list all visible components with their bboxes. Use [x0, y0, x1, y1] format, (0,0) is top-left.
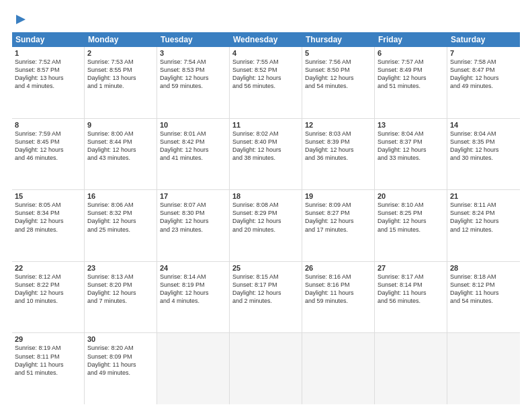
cell-text-line: Sunrise: 8:05 AM [15, 201, 81, 209]
day-cell-14: 14Sunrise: 8:04 AMSunset: 8:35 PMDayligh… [447, 119, 520, 190]
day-cell-5: 5Sunrise: 7:56 AMSunset: 8:50 PMDaylight… [302, 47, 375, 118]
cell-text-line: and 7 minutes. [87, 297, 154, 305]
cell-text-line: and 30 minutes. [450, 154, 517, 162]
day-cell-24: 24Sunrise: 8:14 AMSunset: 8:19 PMDayligh… [157, 262, 230, 333]
cell-text-line: Sunset: 8:35 PM [450, 138, 517, 146]
day-number: 10 [160, 121, 226, 129]
cell-text-line: Sunset: 8:24 PM [450, 209, 517, 217]
cell-text-line: Sunset: 8:30 PM [160, 209, 226, 217]
day-cell-13: 13Sunrise: 8:04 AMSunset: 8:37 PMDayligh… [375, 119, 447, 190]
cell-text-line: Sunset: 8:47 PM [450, 66, 517, 74]
cell-text-line: and 46 minutes. [15, 154, 81, 162]
day-number: 8 [15, 121, 81, 129]
day-number: 20 [378, 192, 444, 200]
header-saturday: Saturday [447, 32, 520, 47]
day-cell-12: 12Sunrise: 8:03 AMSunset: 8:39 PMDayligh… [302, 119, 375, 190]
cell-text-line: Sunset: 8:52 PM [232, 66, 299, 74]
cell-text-line: Sunrise: 7:55 AM [232, 58, 299, 66]
cell-text-line: Sunrise: 8:00 AM [87, 130, 154, 138]
day-cell-11: 11Sunrise: 8:02 AMSunset: 8:40 PMDayligh… [230, 119, 302, 190]
cell-text-line: Sunrise: 8:02 AM [232, 130, 299, 138]
day-cell-26: 26Sunrise: 8:16 AMSunset: 8:16 PMDayligh… [302, 262, 375, 333]
day-number: 1 [15, 49, 81, 57]
day-number: 18 [232, 192, 299, 200]
cell-text-line: Sunrise: 8:06 AM [87, 201, 154, 209]
cell-text-line: and 4 minutes. [160, 297, 226, 305]
cell-text-line: Sunset: 8:20 PM [87, 281, 154, 289]
cell-text-line: Sunset: 8:32 PM [87, 209, 154, 217]
cell-text-line: Sunrise: 8:07 AM [160, 201, 226, 209]
cell-text-line: and 56 minutes. [378, 297, 444, 305]
cell-text-line: Daylight: 12 hours [87, 146, 154, 154]
cell-text-line: and 49 minutes. [87, 369, 154, 377]
cell-text-line: and 54 minutes. [450, 297, 517, 305]
cell-text-line: Daylight: 12 hours [232, 146, 299, 154]
cell-text-line: Sunset: 8:44 PM [87, 138, 154, 146]
cell-text-line: Daylight: 12 hours [232, 217, 299, 225]
cell-text-line: and 10 minutes. [15, 297, 81, 305]
cell-text-line: Sunset: 8:50 PM [305, 66, 371, 74]
day-number: 4 [232, 49, 299, 57]
day-cell-25: 25Sunrise: 8:15 AMSunset: 8:17 PMDayligh… [230, 262, 302, 333]
cell-text-line: Sunrise: 8:11 AM [450, 201, 517, 209]
day-cell-7: 7Sunrise: 7:58 AMSunset: 8:47 PMDaylight… [447, 47, 520, 118]
cell-text-line: Sunset: 8:37 PM [378, 138, 444, 146]
calendar-week-3: 15Sunrise: 8:05 AMSunset: 8:34 PMDayligh… [12, 190, 520, 262]
day-cell-28: 28Sunrise: 8:18 AMSunset: 8:12 PMDayligh… [447, 262, 520, 333]
day-number: 5 [305, 49, 371, 57]
header [12, 12, 520, 27]
cell-text-line: Sunset: 8:14 PM [378, 281, 444, 289]
cell-text-line: Sunset: 8:29 PM [232, 209, 299, 217]
cell-text-line: Sunrise: 8:16 AM [305, 273, 371, 281]
cell-text-line: Daylight: 12 hours [305, 217, 371, 225]
cell-text-line: Sunset: 8:39 PM [305, 138, 371, 146]
day-number: 17 [160, 192, 226, 200]
logo [12, 12, 28, 27]
cell-text-line: and 43 minutes. [87, 154, 154, 162]
day-cell-30: 30Sunrise: 8:20 AMSunset: 8:09 PMDayligh… [85, 333, 157, 404]
cell-text-line: Daylight: 11 hours [87, 361, 154, 369]
cell-text-line: Daylight: 12 hours [87, 289, 154, 297]
cell-text-line: Sunrise: 7:59 AM [15, 130, 81, 138]
cell-text-line: Sunset: 8:53 PM [160, 66, 226, 74]
cell-text-line: Sunset: 8:11 PM [15, 353, 81, 361]
cell-text-line: and 12 minutes. [450, 226, 517, 234]
day-cell-19: 19Sunrise: 8:09 AMSunset: 8:27 PMDayligh… [302, 190, 375, 261]
day-number: 14 [450, 121, 517, 129]
cell-text-line: Daylight: 11 hours [378, 289, 444, 297]
day-cell-23: 23Sunrise: 8:13 AMSunset: 8:20 PMDayligh… [85, 262, 157, 333]
header-thursday: Thursday [302, 32, 375, 47]
cell-text-line: Daylight: 12 hours [305, 146, 371, 154]
cell-text-line: Sunrise: 7:53 AM [87, 58, 154, 66]
empty-cell [157, 333, 230, 404]
day-number: 29 [15, 335, 81, 343]
cell-text-line: Daylight: 11 hours [15, 361, 81, 369]
day-cell-15: 15Sunrise: 8:05 AMSunset: 8:34 PMDayligh… [12, 190, 85, 261]
cell-text-line: Daylight: 12 hours [450, 74, 517, 82]
cell-text-line: Daylight: 12 hours [378, 146, 444, 154]
cell-text-line: and 2 minutes. [232, 297, 299, 305]
cell-text-line: Sunset: 8:49 PM [378, 66, 444, 74]
cell-text-line: Sunrise: 8:04 AM [450, 130, 517, 138]
cell-text-line: Sunrise: 8:19 AM [15, 344, 81, 352]
day-number: 9 [87, 121, 154, 129]
cell-text-line: Sunset: 8:45 PM [15, 138, 81, 146]
header-sunday: Sunday [12, 32, 85, 47]
day-number: 15 [15, 192, 81, 200]
header-monday: Monday [85, 32, 157, 47]
cell-text-line: Sunrise: 7:56 AM [305, 58, 371, 66]
cell-text-line: Daylight: 12 hours [450, 217, 517, 225]
cell-text-line: and 59 minutes. [305, 297, 371, 305]
day-cell-20: 20Sunrise: 8:10 AMSunset: 8:25 PMDayligh… [375, 190, 447, 261]
calendar-body: 1Sunrise: 7:52 AMSunset: 8:57 PMDaylight… [12, 47, 520, 404]
cell-text-line: Daylight: 12 hours [15, 217, 81, 225]
cell-text-line: and 56 minutes. [232, 82, 299, 90]
calendar-week-4: 22Sunrise: 8:12 AMSunset: 8:22 PMDayligh… [12, 262, 520, 334]
day-number: 12 [305, 121, 371, 129]
day-number: 30 [87, 335, 154, 343]
cell-text-line: Sunset: 8:34 PM [15, 209, 81, 217]
cell-text-line: Daylight: 11 hours [305, 289, 371, 297]
cell-text-line: Daylight: 12 hours [160, 217, 226, 225]
day-number: 19 [305, 192, 371, 200]
cell-text-line: Sunrise: 8:20 AM [87, 344, 154, 352]
